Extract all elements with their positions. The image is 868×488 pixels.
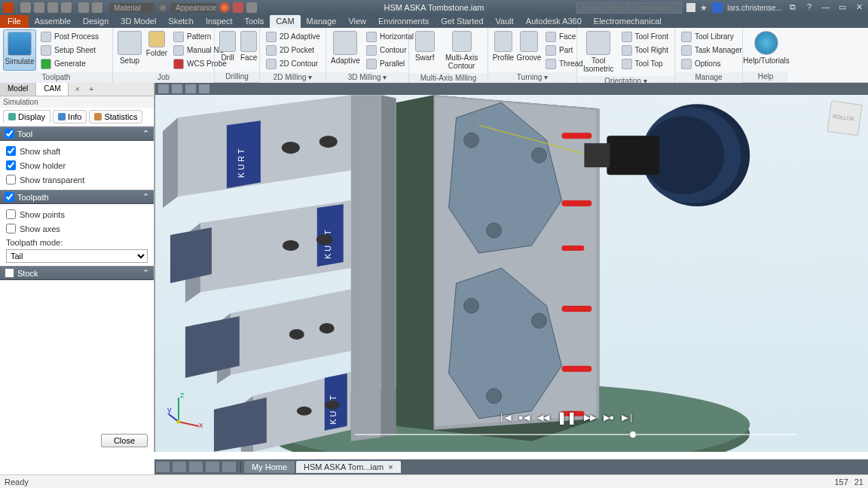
playback-forward-button[interactable]: ▶▶ xyxy=(584,413,596,422)
group-3d-milling-label[interactable]: 3D Milling ▾ xyxy=(326,72,408,83)
2d-pocket-button[interactable]: 2D Pocket xyxy=(264,44,322,56)
tab-environments[interactable]: Environments xyxy=(372,15,435,28)
profile-button[interactable]: Profile xyxy=(491,29,515,63)
tab-sketch[interactable]: Sketch xyxy=(162,15,200,28)
tool-front-button[interactable]: Tool Front xyxy=(619,30,671,43)
simulate-button[interactable]: Simulate xyxy=(3,29,36,71)
group-turning-label[interactable]: Turning ▾ xyxy=(488,72,576,83)
subtab-statistics[interactable]: Statistics xyxy=(89,110,142,124)
folder-button[interactable]: Folder xyxy=(145,29,169,59)
maximize-button[interactable]: ▭ xyxy=(836,2,848,13)
show-transparent-checkbox[interactable] xyxy=(6,175,16,185)
playback-rewind-button[interactable]: ◀◀ xyxy=(537,413,549,422)
section-stock-checkbox[interactable] xyxy=(5,268,14,278)
contour-button[interactable]: Contour xyxy=(364,44,416,56)
panel-tab-cam[interactable]: CAM xyxy=(36,83,69,96)
groove-button[interactable]: Groove xyxy=(517,29,541,63)
doctab-icon-4[interactable] xyxy=(206,462,219,472)
tab-electromech[interactable]: Electromechanical xyxy=(588,15,668,28)
tool-top-button[interactable]: Tool Top xyxy=(619,57,671,70)
group-2d-milling-label[interactable]: 2D Milling ▾ xyxy=(260,72,326,83)
setup-button[interactable]: Setup xyxy=(116,29,143,66)
tool-library-button[interactable]: Tool Library xyxy=(679,30,744,43)
playback-first-button[interactable]: ❘◀ xyxy=(498,413,511,422)
home-icon[interactable] xyxy=(78,2,89,13)
file-tab[interactable]: File xyxy=(0,15,29,28)
help-search-input[interactable] xyxy=(576,2,682,14)
doctab-active[interactable]: HSM ASKA Tom...iam× xyxy=(296,461,401,473)
panel-tab-close-icon[interactable]: × xyxy=(72,83,82,96)
post-process-button[interactable]: Post Process xyxy=(38,30,101,43)
section-tool-checkbox[interactable] xyxy=(5,129,14,139)
panel-tab-add-icon[interactable]: + xyxy=(86,83,96,96)
vp-icon-4[interactable] xyxy=(199,84,209,93)
material-dropdown[interactable]: Material xyxy=(109,3,154,13)
fx-icon[interactable] xyxy=(233,2,243,13)
face-button[interactable]: Face xyxy=(239,29,258,63)
drill-button[interactable]: Drill xyxy=(218,29,237,63)
tab-getstarted[interactable]: Get Started xyxy=(435,15,489,28)
project-icon[interactable] xyxy=(92,2,102,13)
section-toolpath-header[interactable]: Toolpath⌃ xyxy=(0,190,154,204)
2d-contour-button[interactable]: 2D Contour xyxy=(264,57,322,70)
appearance-dropdown[interactable]: Appearance xyxy=(171,3,216,13)
tab-vault[interactable]: Vault xyxy=(490,15,520,28)
vp-icon-3[interactable] xyxy=(185,84,196,93)
tab-assemble[interactable]: Assemble xyxy=(29,15,77,28)
playback-last-button[interactable]: ▶❘ xyxy=(622,413,634,422)
section-stock-header[interactable]: Stock⌃ xyxy=(0,266,154,280)
2d-adaptive-button[interactable]: 2D Adaptive xyxy=(264,30,322,43)
timeline-knob[interactable] xyxy=(629,431,637,438)
help-icon[interactable]: ? xyxy=(803,2,815,13)
close-button[interactable]: ✕ xyxy=(853,2,865,13)
vp-icon-2[interactable] xyxy=(172,84,182,93)
cart-icon[interactable]: ⧉ xyxy=(787,2,799,13)
viewport[interactable]: KURT KURT KURT xyxy=(154,83,868,452)
tool-isometric-button[interactable]: Tool Isometric xyxy=(580,29,617,75)
user-avatar-icon[interactable] xyxy=(712,2,723,13)
appearance-sphere-icon[interactable] xyxy=(219,2,230,13)
star-icon[interactable]: ★ xyxy=(700,3,708,13)
horizontal-button[interactable]: Horizontal xyxy=(364,30,416,43)
undo-icon[interactable] xyxy=(47,2,58,13)
playback-playpause-button[interactable]: ❚❚ xyxy=(557,410,576,425)
help-tutorials-button[interactable]: Help/Tutorials xyxy=(746,29,787,66)
toolpath-mode-select[interactable]: Tail xyxy=(6,249,148,263)
show-points-checkbox[interactable] xyxy=(6,209,16,219)
vp-icon-1[interactable] xyxy=(158,84,169,93)
parallel-button[interactable]: Parallel xyxy=(364,57,416,70)
adaptive-button[interactable]: Adaptive xyxy=(329,29,362,66)
setup-sheet-button[interactable]: Setup Sheet xyxy=(38,44,101,56)
tab-design[interactable]: Design xyxy=(77,15,115,28)
subtab-display[interactable]: Display xyxy=(3,110,50,124)
section-toolpath-checkbox[interactable] xyxy=(5,192,14,202)
doctab-close-icon[interactable]: × xyxy=(388,462,393,471)
tab-a360[interactable]: Autodesk A360 xyxy=(520,15,588,28)
multiaxis-contour-button[interactable]: Multi-Axis Contour xyxy=(439,29,484,72)
tab-cam[interactable]: CAM xyxy=(270,15,300,28)
playback-stepfwd-button[interactable]: ▶● xyxy=(604,413,615,422)
doctab-icon-3[interactable] xyxy=(189,462,203,472)
material-sphere-icon[interactable] xyxy=(157,2,168,13)
user-name[interactable]: lars.christense... xyxy=(727,4,782,12)
minimize-button[interactable]: — xyxy=(820,2,832,13)
playback-stepback-button[interactable]: ●◀ xyxy=(518,413,530,422)
tab-manage[interactable]: Manage xyxy=(301,15,343,28)
open-icon[interactable] xyxy=(20,2,31,13)
show-holder-checkbox[interactable] xyxy=(6,160,16,170)
save-icon[interactable] xyxy=(34,2,44,13)
playback-timeline[interactable] xyxy=(355,434,797,435)
generate-button[interactable]: Generate xyxy=(38,57,101,70)
subtab-info[interactable]: Info xyxy=(53,110,87,124)
tool-right-button[interactable]: Tool Right xyxy=(619,44,671,56)
doctab-icon-5[interactable] xyxy=(222,462,236,472)
signin-icon[interactable] xyxy=(686,3,695,12)
show-axes-checkbox[interactable] xyxy=(6,224,16,233)
panel-tab-model[interactable]: Model xyxy=(0,83,36,96)
task-manager-button[interactable]: Task Manager xyxy=(679,44,744,56)
doctab-icon-1[interactable] xyxy=(156,462,170,472)
view-cube[interactable]: ROLLOR xyxy=(827,100,862,136)
doctab-myhome[interactable]: My Home xyxy=(244,461,295,473)
viewport-scene[interactable]: KURT KURT KURT xyxy=(155,95,868,452)
tab-tools[interactable]: Tools xyxy=(238,15,270,28)
